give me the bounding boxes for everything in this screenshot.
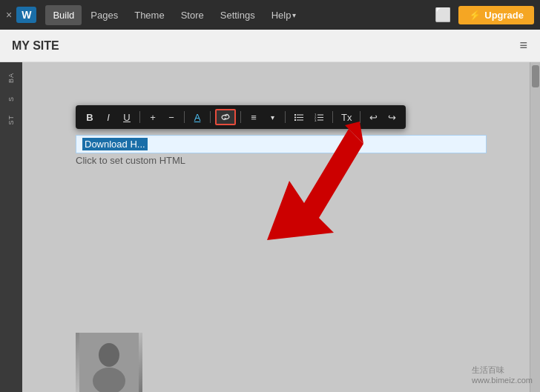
toolbar-font-color-button[interactable]: A xyxy=(189,109,205,125)
watermark: 生活百味 www.bimeiz.com xyxy=(472,365,533,385)
svg-text:3.: 3. xyxy=(315,119,317,122)
site-header: MY SITE ≡ xyxy=(0,30,540,62)
svg-rect-0 xyxy=(294,114,296,116)
toolbar-divider-5 xyxy=(285,111,286,123)
scroll-thumb[interactable] xyxy=(532,65,539,87)
left-sidebar: BA S ST xyxy=(0,62,22,392)
toolbar-divider-2 xyxy=(184,111,185,123)
list-ordered-icon: 1. 2. 3. xyxy=(314,112,324,122)
toolbar-undo-button[interactable]: ↩ xyxy=(365,109,381,125)
toolbar-divider-1 xyxy=(139,111,140,123)
nav-item-help[interactable]: Help ▾ xyxy=(264,5,304,25)
nav-item-store[interactable]: Store xyxy=(174,5,211,25)
sidebar-tab-ba[interactable]: BA xyxy=(6,68,16,87)
toolbar-divider-4 xyxy=(240,111,241,123)
app-logo[interactable]: W xyxy=(16,7,36,23)
toolbar-clear-format-button[interactable]: Tx xyxy=(338,109,355,125)
svg-rect-4 xyxy=(294,119,296,121)
svg-point-13 xyxy=(99,343,119,367)
toolbar-align-arrow-button[interactable]: ▾ xyxy=(264,109,280,125)
nav-item-build[interactable]: Build xyxy=(45,5,82,25)
svg-rect-11 xyxy=(317,120,323,121)
toolbar-underline-button[interactable]: U xyxy=(119,109,135,125)
toolbar-link-button[interactable] xyxy=(215,109,236,125)
upgrade-button[interactable]: ⚡ Upgrade xyxy=(458,6,534,24)
toolbar-divider-3 xyxy=(210,111,211,123)
custom-html-label[interactable]: Click to set custom HTML xyxy=(76,155,185,166)
bolt-icon: ⚡ xyxy=(469,10,481,21)
watermark-text: 生活百味 xyxy=(472,365,533,376)
svg-rect-1 xyxy=(297,115,303,116)
toolbar-divider-6 xyxy=(332,111,333,123)
svg-rect-5 xyxy=(297,120,303,121)
hamburger-menu-icon[interactable]: ≡ xyxy=(519,38,528,53)
placeholder-image-svg xyxy=(79,333,139,392)
close-icon[interactable]: × xyxy=(6,9,12,21)
svg-rect-9 xyxy=(317,117,323,118)
toolbar-list-unordered-button[interactable] xyxy=(290,109,308,125)
site-title: MY SITE xyxy=(12,39,519,53)
top-nav-bar: × W Build Pages Theme Store Settings Hel… xyxy=(0,0,540,30)
nav-item-theme[interactable]: Theme xyxy=(127,5,171,25)
nav-item-settings[interactable]: Settings xyxy=(213,5,263,25)
upgrade-label: Upgrade xyxy=(484,10,524,21)
sidebar-tab-st[interactable]: ST xyxy=(6,110,16,130)
toolbar-bold-button[interactable]: B xyxy=(82,109,98,125)
scrollbar[interactable] xyxy=(530,62,540,392)
watermark-url: www.bimeiz.com xyxy=(472,376,533,385)
format-toolbar: B I U + − A ≡ ▾ xyxy=(76,105,406,129)
list-unordered-icon xyxy=(294,112,304,122)
selected-text: Download H... xyxy=(82,138,148,150)
svg-rect-2 xyxy=(294,117,296,119)
toolbar-plus-button[interactable]: + xyxy=(145,109,161,125)
nav-item-pages[interactable]: Pages xyxy=(83,5,125,25)
main-area: BA S ST B I U + − A ≡ ▾ xyxy=(0,62,540,392)
toolbar-list-ordered-button[interactable]: 1. 2. 3. xyxy=(310,109,328,125)
selected-text-bar: Download H... xyxy=(76,135,487,153)
image-inner xyxy=(76,333,142,392)
canvas-area: B I U + − A ≡ ▾ xyxy=(22,62,540,392)
link-icon xyxy=(220,112,231,122)
toolbar-italic-button[interactable]: I xyxy=(100,109,116,125)
sidebar-tab-s[interactable]: S xyxy=(6,92,16,106)
toolbar-divider-7 xyxy=(360,111,360,123)
svg-rect-3 xyxy=(297,117,303,118)
svg-rect-7 xyxy=(317,115,323,116)
screen-size-icon[interactable]: ⬜ xyxy=(429,4,457,26)
image-placeholder xyxy=(76,333,142,392)
toolbar-redo-button[interactable]: ↪ xyxy=(383,109,400,125)
toolbar-align-button[interactable]: ≡ xyxy=(246,109,262,125)
toolbar-minus-button[interactable]: − xyxy=(163,109,180,125)
